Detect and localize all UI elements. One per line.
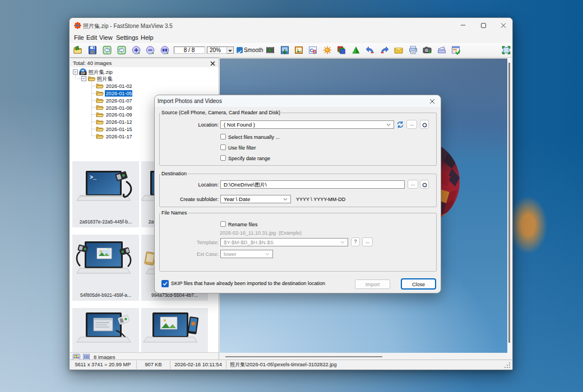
svg-text:2026-01-17: 2026-01-17 [106, 134, 132, 139]
svg-text:2026-01-08: 2026-01-08 [106, 105, 132, 111]
svg-text:2026-01-02: 2026-01-02 [106, 83, 132, 89]
svg-text:2026-01-07: 2026-01-07 [106, 98, 132, 104]
svg-text:2026-01-09: 2026-01-09 [106, 112, 132, 118]
svg-text:照片集.zip: 照片集.zip [89, 69, 113, 76]
svg-text:2026-01-15: 2026-01-15 [106, 127, 132, 132]
svg-text:照片集: 照片集 [97, 76, 113, 82]
svg-text:B: B [313, 49, 317, 54]
svg-text:>_: >_ [90, 175, 97, 181]
svg-text:2026-01-12: 2026-01-12 [106, 119, 132, 125]
svg-text:ZIP: ZIP [81, 72, 86, 75]
svg-text:2026-01-05: 2026-01-05 [106, 91, 132, 96]
